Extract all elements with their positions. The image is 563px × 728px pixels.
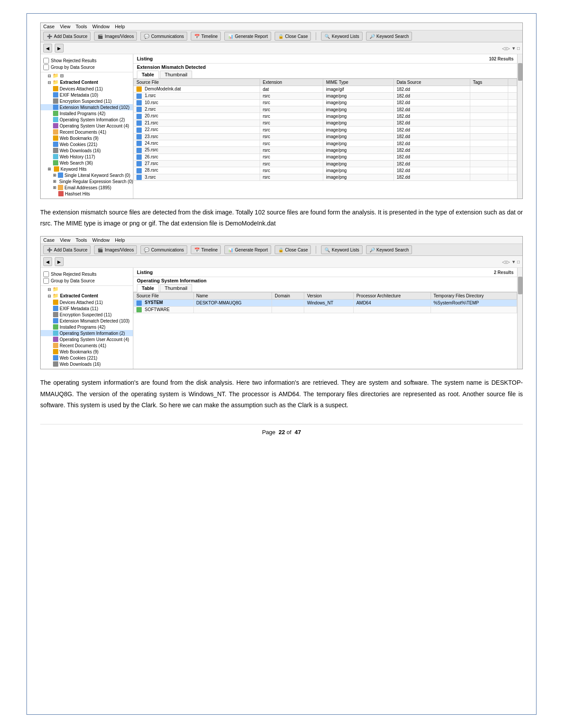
menu2-case[interactable]: Case (43, 237, 55, 243)
scroll-thumb-1[interactable] (518, 63, 522, 81)
sidebar2-os-info[interactable]: Operating System Information (2) (41, 330, 133, 336)
close-case-button-2[interactable]: 🔒 Close Case (275, 245, 311, 254)
bm2-icon (53, 349, 58, 354)
sidebar-item-root[interactable]: ⊟ 📁 ⊟ (41, 72, 133, 79)
expand-icon-root: ⊟ (48, 74, 51, 78)
cell-data-source: 182.dd (394, 147, 470, 154)
sidebar2-recent[interactable]: Recent Documents (41) (41, 342, 133, 349)
osuser2-icon (53, 337, 58, 342)
cell-data-source: 182.dd (394, 167, 470, 174)
show-rejected-row-2[interactable]: Show Rejected Results (43, 271, 130, 277)
sidebar2-os-user[interactable]: Operating System User Account (4) (41, 336, 133, 342)
ext2-icon (53, 318, 58, 323)
menu2-window[interactable]: Window (92, 237, 110, 243)
sidebar2-cookies[interactable]: Web Cookies (221) (41, 355, 133, 361)
sidebar-item-exif[interactable]: EXIF Metadata (10) (41, 92, 133, 98)
col-data-source: Data Source (394, 79, 470, 86)
menu-case[interactable]: Case (43, 24, 55, 29)
timeline-button-2[interactable]: 📅 Timeline (191, 245, 221, 254)
sidebar2-downloads[interactable]: Web Downloads (16) (41, 361, 133, 367)
sidebar2-installed[interactable]: Installed Programs (42) (41, 324, 133, 330)
add-data-source-button[interactable]: ➕ Add Data Source (43, 32, 91, 41)
sidebar2-devices[interactable]: Devices Attached (11) (41, 299, 133, 305)
forward-button[interactable]: ▶ (55, 44, 64, 53)
sidebar-item-hashset[interactable]: Hashset Hits (41, 191, 133, 197)
images-videos-button-2[interactable]: 🎬 Images/Videos (94, 245, 137, 254)
images-videos-button[interactable]: 🎬 Images/Videos (94, 32, 137, 41)
sidebar2-encryption[interactable]: Encryption Suspected (11) (41, 311, 133, 318)
keyword-lists-button[interactable]: 🔍 Keyword Lists (321, 32, 362, 41)
add-data-source-button-2[interactable]: ➕ Add Data Source (43, 245, 91, 254)
sidebar-item-cookies[interactable]: Web Cookies (221) (41, 141, 133, 147)
sidebar-item-bookmarks[interactable]: Web Bookmarks (9) (41, 135, 133, 141)
menu2-view[interactable]: View (60, 237, 71, 243)
col-extension: Extension (260, 79, 323, 86)
sidebar-item-installed[interactable]: Installed Programs (42) (41, 110, 133, 116)
table-row: 27.rsrc rsrc image/png 182.dd (134, 160, 517, 167)
sidebar-item-ext-mismatch[interactable]: Extension Mismatch Detected (102) (41, 104, 133, 110)
sidebar-item-history[interactable]: Web History (117) (41, 154, 133, 160)
menu2-tools[interactable]: Tools (76, 237, 87, 243)
communications-button[interactable]: 💬 Communications (140, 32, 187, 41)
scrollbar-2[interactable] (517, 268, 522, 369)
menu-window[interactable]: Window (92, 24, 110, 29)
os-col-name: Name (193, 293, 272, 300)
show-rejected-checkbox[interactable] (43, 58, 49, 64)
menu-view[interactable]: View (60, 24, 71, 29)
images-videos-icon: 🎬 (97, 33, 103, 39)
group-by-checkbox-2[interactable] (43, 278, 49, 284)
sidebar-item-encryption[interactable]: Encryption Suspected (11) (41, 98, 133, 104)
show-rejected-row[interactable]: Show Rejected Results (43, 58, 130, 64)
cell-tags (470, 106, 508, 113)
sidebar-item-single-regex[interactable]: ⊞ Single Regular Expression Search (0) (41, 178, 133, 184)
cell-extension: rsrc (260, 120, 323, 126)
generate-report-button[interactable]: 📊 Generate Report (224, 32, 271, 41)
forward-button-2[interactable]: ▶ (55, 257, 64, 266)
keyword-search-icon: 🔎 (369, 33, 375, 39)
tab-table-2[interactable]: Table (137, 284, 159, 292)
sidebar-item-email-addr[interactable]: ⊞ Email Addresses (1895) (41, 184, 133, 191)
cell-tags (470, 120, 508, 126)
generate-report-button-2[interactable]: 📊 Generate Report (224, 245, 271, 254)
tab-table-1[interactable]: Table (137, 71, 159, 79)
sidebar2-bookmarks[interactable]: Web Bookmarks (9) (41, 349, 133, 355)
close-case-button[interactable]: 🔒 Close Case (275, 32, 311, 41)
group-by-checkbox[interactable] (43, 64, 49, 70)
keyword-search-button-2[interactable]: 🔎 Keyword Search (366, 245, 412, 254)
keyword-lists-button-2[interactable]: 🔍 Keyword Lists (321, 245, 362, 254)
scrollbar-1[interactable] (517, 54, 522, 199)
back-button-2[interactable]: ◀ (43, 257, 52, 266)
cell-mime: image/gif (323, 86, 394, 93)
sidebar-item-single-literal[interactable]: ⊞ Single Literal Keyword Search (0) (41, 172, 133, 178)
sidebar-item-devices[interactable]: Devices Attached (11) (41, 86, 133, 92)
sidebar-item-os-user[interactable]: Operating System User Account (4) (41, 123, 133, 129)
sidebar2-exif[interactable]: EXIF Metadata (11) (41, 305, 133, 311)
menu-help[interactable]: Help (115, 24, 125, 29)
os-table-row: SOFTWARE (134, 306, 517, 313)
back-button[interactable]: ◀ (43, 44, 52, 53)
tab-thumbnail-2[interactable]: Thumbnail (160, 284, 192, 292)
timeline-button[interactable]: 📅 Timeline (191, 32, 221, 41)
keyword-search-button[interactable]: 🔎 Keyword Search (366, 32, 412, 41)
menubar-2: Case View Tools Window Help (41, 236, 522, 244)
sidebar2-ext-mismatch[interactable]: Extension Mismatch Detected (103) (41, 318, 133, 324)
sidebar2-extracted[interactable]: ⊟ 📁 Extracted Content (41, 293, 133, 299)
cell-extension: rsrc (260, 106, 323, 113)
toolbar-1: ➕ Add Data Source 🎬 Images/Videos 💬 Comm… (41, 30, 522, 42)
menu2-help[interactable]: Help (115, 237, 125, 243)
os-cell-source: SOFTWARE (134, 306, 194, 313)
sidebar2-root[interactable]: ⊟ 📁 (41, 286, 133, 293)
sidebar-item-web-search[interactable]: Web Search (36) (41, 160, 133, 166)
scroll-thumb-2[interactable] (518, 277, 522, 294)
show-rejected-checkbox-2[interactable] (43, 271, 49, 277)
sidebar-item-recent-docs[interactable]: Recent Documents (41) (41, 129, 133, 135)
sidebar-item-downloads[interactable]: Web Downloads (16) (41, 147, 133, 154)
tab-thumbnail-1[interactable]: Thumbnail (160, 71, 192, 78)
sidebar-item-keyword-hits[interactable]: ⊞ Keyword Hits (41, 166, 133, 172)
group-by-row-2[interactable]: Group by Data Source (43, 278, 130, 284)
sidebar-item-os-info[interactable]: Operating System Information (2) (41, 116, 133, 123)
group-by-row[interactable]: Group by Data Source (43, 64, 130, 70)
menu-tools[interactable]: Tools (76, 24, 87, 29)
sidebar-item-extracted-content[interactable]: ⊟ 📁 Extracted Content (41, 79, 133, 86)
communications-button-2[interactable]: 💬 Communications (140, 245, 187, 254)
